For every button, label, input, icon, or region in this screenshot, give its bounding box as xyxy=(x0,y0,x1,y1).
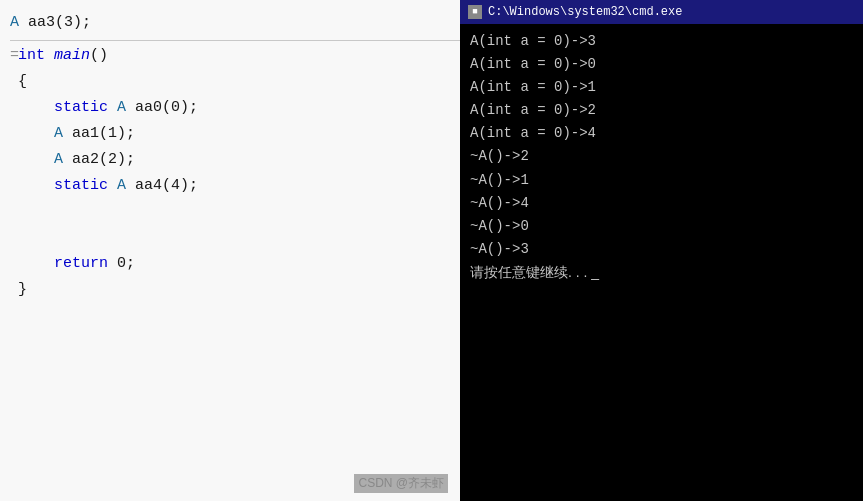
code-content: A aa3(3); = int main () { static A aa0(0… xyxy=(0,0,460,313)
indicator-empty9 xyxy=(10,278,18,302)
code-line-main: = int main () xyxy=(10,43,460,69)
kw-static2: static xyxy=(54,174,108,198)
code-line-static-aa0: static A aa0(0); xyxy=(10,95,460,121)
cmd-output-5: A(int a = 0)->4 xyxy=(470,122,853,145)
indent2 xyxy=(18,122,54,146)
class-a: A xyxy=(10,11,19,35)
code-line-return: return 0; xyxy=(10,251,460,277)
code-editor: A aa3(3); = int main () { static A aa0(0… xyxy=(0,0,460,501)
code-line-aa1: A aa1(1); xyxy=(10,121,460,147)
cmd-output-7: ~A()->1 xyxy=(470,169,853,192)
indent3 xyxy=(18,148,54,172)
cmd-output-9: ~A()->0 xyxy=(470,215,853,238)
class-a5: A xyxy=(117,174,126,198)
code-line-static-aa4: static A aa4(4); xyxy=(10,173,460,199)
cmd-body: A(int a = 0)->3 A(int a = 0)->0 A(int a … xyxy=(460,24,863,501)
cmd-titlebar: ■ C:\Windows\system32\cmd.exe xyxy=(460,0,863,24)
aa0-code: aa0(0); xyxy=(126,96,198,120)
class-a4: A xyxy=(54,148,63,172)
code-line-brace-close: } xyxy=(10,277,460,303)
indicator-empty7 xyxy=(10,226,18,250)
indicator-empty6 xyxy=(10,200,18,224)
indicator-empty2 xyxy=(10,96,18,120)
cmd-output-6: ~A()->2 xyxy=(470,145,853,168)
indicator-empty4 xyxy=(10,148,18,172)
indent1 xyxy=(18,96,54,120)
indicator-empty xyxy=(10,70,18,94)
code-line-aa2: A aa2(2); xyxy=(10,147,460,173)
aa1-code: aa1(1); xyxy=(63,122,135,146)
indicator: = xyxy=(10,44,18,68)
return-code: 0; xyxy=(108,252,135,276)
space3 xyxy=(108,174,117,198)
indent5 xyxy=(18,252,54,276)
watermark: CSDN @齐未虾 xyxy=(354,474,448,493)
class-a3: A xyxy=(54,122,63,146)
cmd-icon: ■ xyxy=(468,5,482,19)
aa4-code: aa4(4); xyxy=(126,174,198,198)
code-line-brace-open: { xyxy=(10,69,460,95)
code-line-top: A aa3(3); xyxy=(10,10,460,36)
code-line-empty1 xyxy=(10,199,460,225)
indent4 xyxy=(18,174,54,198)
cmd-output-10: ~A()->3 xyxy=(470,238,853,261)
space2 xyxy=(108,96,117,120)
kw-static1: static xyxy=(54,96,108,120)
indicator-empty3 xyxy=(10,122,18,146)
cmd-output-4: A(int a = 0)->2 xyxy=(470,99,853,122)
cmd-title: C:\Windows\system32\cmd.exe xyxy=(488,5,682,19)
code-aa3: aa3(3); xyxy=(19,11,91,35)
aa2-code: aa2(2); xyxy=(63,148,135,172)
brace-open: { xyxy=(18,70,27,94)
kw-main: main xyxy=(54,44,90,68)
cmd-icon-symbol: ■ xyxy=(472,7,477,17)
code-line-empty2 xyxy=(10,225,460,251)
indicator-empty8 xyxy=(10,252,18,276)
indicator-empty5 xyxy=(10,174,18,198)
space1 xyxy=(45,44,54,68)
divider xyxy=(10,40,460,41)
main-parens: () xyxy=(90,44,108,68)
class-a2: A xyxy=(117,96,126,120)
brace-close: } xyxy=(18,278,27,302)
cmd-output-3: A(int a = 0)->1 xyxy=(470,76,853,99)
cmd-output-8: ~A()->4 xyxy=(470,192,853,215)
cmd-output-1: A(int a = 0)->3 xyxy=(470,30,853,53)
cmd-output-2: A(int a = 0)->0 xyxy=(470,53,853,76)
kw-return: return xyxy=(54,252,108,276)
kw-int: int xyxy=(18,44,45,68)
cmd-window: ■ C:\Windows\system32\cmd.exe A(int a = … xyxy=(460,0,863,501)
cmd-output-11: 请按任意键继续. . . _ xyxy=(470,261,853,284)
